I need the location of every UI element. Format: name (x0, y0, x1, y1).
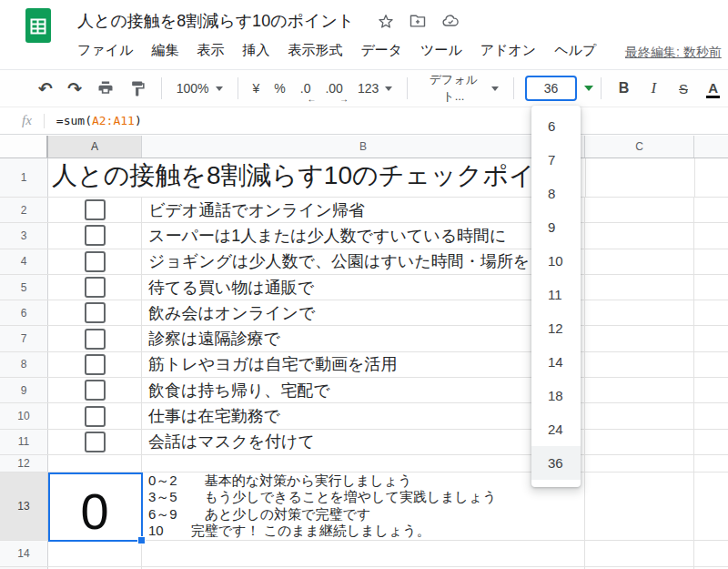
cell[interactable] (142, 541, 585, 566)
row-header[interactable]: 5 (0, 275, 48, 300)
cell[interactable] (585, 326, 694, 351)
checkbox-cell[interactable] (48, 223, 142, 248)
checklist-text-cell[interactable]: 待てる買い物は通販で (142, 275, 585, 300)
row-header[interactable]: 8 (0, 352, 48, 377)
menu-item[interactable]: 表示形式 (288, 42, 342, 59)
checkbox[interactable] (85, 199, 106, 220)
font-size-option[interactable]: 7 (531, 143, 581, 177)
checkbox-cell[interactable] (48, 275, 142, 300)
checklist-text-cell[interactable]: 飲み会はオンラインで (142, 300, 585, 325)
checkbox-cell[interactable] (48, 198, 142, 222)
star-icon[interactable] (377, 12, 395, 30)
menu-item[interactable]: 挿入 (242, 42, 269, 59)
checkbox[interactable] (85, 406, 106, 427)
menu-item[interactable]: ツール (420, 42, 462, 59)
checkbox[interactable] (85, 302, 106, 323)
cell[interactable] (48, 455, 142, 472)
font-size-option[interactable]: 24 (531, 412, 581, 446)
menu-item[interactable]: データ (360, 42, 402, 59)
cell[interactable] (585, 223, 694, 248)
cell[interactable] (585, 378, 694, 402)
checkbox-cell[interactable] (48, 378, 142, 402)
cell[interactable] (694, 403, 728, 428)
cell[interactable] (585, 430, 694, 454)
checklist-text-cell[interactable]: 飲食は持ち帰り、宅配で (142, 378, 585, 402)
last-edited-label[interactable]: 最終編集: 数秒前 (625, 45, 722, 61)
cell[interactable] (585, 352, 694, 377)
cell[interactable] (585, 472, 694, 540)
row-header[interactable]: 4 (0, 249, 48, 274)
print-button[interactable] (91, 75, 120, 102)
row-header[interactable]: 10 (0, 403, 48, 428)
checkbox-cell[interactable] (48, 352, 142, 377)
currency-format-button[interactable]: ¥ (248, 75, 266, 102)
cell[interactable] (694, 275, 728, 300)
number-format-button[interactable]: 123 (352, 75, 398, 102)
font-size-option[interactable]: 36 (531, 446, 581, 480)
cell[interactable] (694, 378, 728, 402)
italic-button[interactable]: I (641, 75, 667, 102)
font-size-option[interactable]: 9 (531, 210, 581, 244)
checkbox[interactable] (85, 225, 106, 246)
menu-item[interactable]: アドオン (480, 42, 536, 59)
checkbox-cell[interactable] (48, 249, 142, 274)
checkbox-cell[interactable] (48, 300, 142, 325)
increase-decimals-button[interactable]: .00→ (319, 75, 348, 102)
cloud-saved-icon[interactable] (440, 12, 460, 30)
checkbox[interactable] (85, 251, 106, 272)
cell[interactable] (585, 541, 694, 566)
corner-cell[interactable] (0, 136, 48, 157)
cell[interactable] (694, 352, 728, 377)
checklist-text-cell[interactable]: スーパーは1人または少人数ですいている時間に (142, 223, 585, 248)
column-header-extra[interactable] (694, 136, 728, 157)
undo-button[interactable]: ↶ (33, 75, 58, 102)
row-header[interactable]: 2 (0, 198, 48, 222)
row-header[interactable]: 14 (0, 541, 48, 566)
cell[interactable] (694, 472, 728, 540)
checkbox[interactable] (85, 380, 106, 401)
row-header[interactable]: 6 (0, 300, 48, 325)
cell[interactable] (48, 541, 142, 566)
checkbox[interactable] (85, 277, 106, 298)
row-header[interactable]: 12 (0, 455, 48, 472)
checkbox-cell[interactable] (48, 403, 142, 428)
cell[interactable] (585, 455, 694, 472)
strikethrough-button[interactable]: S (671, 75, 697, 102)
redo-button[interactable]: ↷ (62, 75, 87, 102)
column-header-a[interactable]: A (48, 136, 142, 157)
cell[interactable] (694, 455, 728, 472)
menu-item[interactable]: 表示 (197, 42, 224, 59)
cell[interactable] (694, 326, 728, 351)
checklist-text-cell[interactable]: 会話はマスクを付けて (142, 430, 585, 454)
doc-title[interactable]: 人との接触を8割減らす10のポイント (77, 10, 354, 32)
checklist-text-cell[interactable]: ビデオ通話でオンライン帰省 (142, 198, 585, 222)
row-header[interactable]: 9 (0, 378, 48, 402)
cell[interactable] (585, 249, 694, 274)
cell[interactable] (694, 430, 728, 454)
decrease-decimals-button[interactable]: .0← (295, 75, 317, 102)
font-size-option[interactable]: 6 (531, 109, 581, 143)
row-header[interactable]: 7 (0, 326, 48, 351)
font-size-option[interactable]: 18 (531, 379, 581, 412)
menu-item[interactable]: 編集 (151, 42, 178, 59)
score-value-cell[interactable]: 0 (48, 472, 142, 540)
font-size-option[interactable]: 11 (531, 278, 581, 311)
checklist-text-cell[interactable]: ジョギングは少人数で、公園はすいた時間・場所を (142, 249, 585, 274)
column-header-b[interactable]: B (142, 136, 585, 157)
menu-item[interactable]: ファイル (77, 42, 133, 59)
cell[interactable] (142, 455, 585, 472)
bold-button[interactable]: B (611, 75, 637, 102)
checkbox-cell[interactable] (48, 430, 142, 454)
row-header[interactable]: 3 (0, 223, 48, 248)
percent-format-button[interactable]: % (268, 75, 290, 102)
formula-input[interactable]: =sum(A2:A11) (56, 114, 142, 127)
checklist-text-cell[interactable]: 仕事は在宅勤務で (142, 403, 585, 428)
cell[interactable] (585, 198, 694, 222)
font-size-option[interactable]: 14 (531, 345, 581, 379)
cell[interactable] (694, 541, 728, 566)
font-size-option[interactable]: 8 (531, 177, 581, 210)
cell[interactable] (694, 198, 728, 222)
checkbox[interactable] (85, 329, 106, 350)
cell[interactable] (694, 300, 728, 325)
sheets-logo-icon[interactable] (25, 8, 51, 43)
